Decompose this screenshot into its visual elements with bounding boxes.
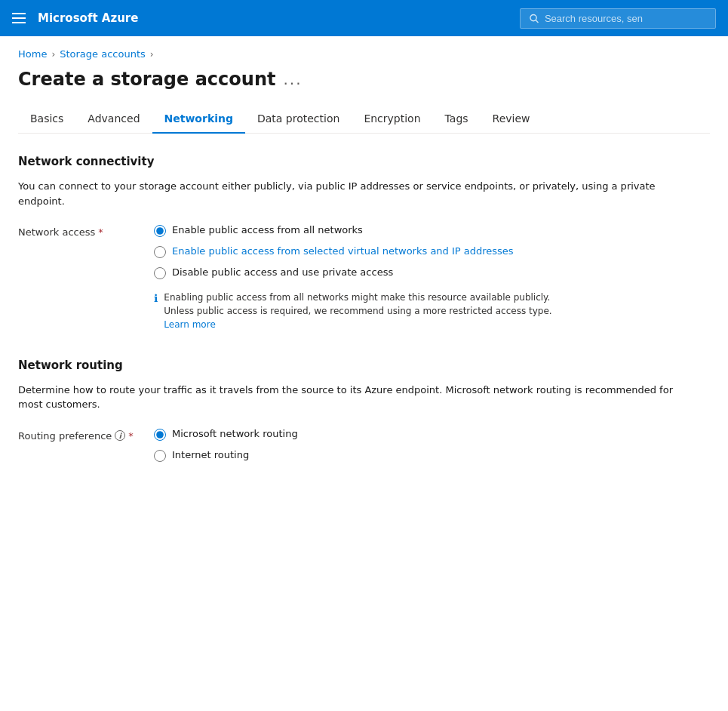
search-input[interactable] — [545, 13, 706, 24]
search-bar[interactable] — [520, 8, 716, 29]
page-title-row: Create a storage account ... — [18, 69, 710, 90]
hamburger-menu-icon[interactable] — [12, 13, 26, 23]
tab-bar: Basics Advanced Networking Data protecti… — [18, 105, 710, 134]
info-circle-icon: ℹ — [154, 292, 158, 304]
network-access-info-text: Enabling public access from all networks… — [164, 291, 576, 331]
svg-point-0 — [530, 14, 536, 20]
network-connectivity-desc: You can connect to your storage account … — [18, 179, 674, 208]
radio-private-access-input[interactable] — [154, 267, 166, 279]
tab-review[interactable]: Review — [481, 105, 542, 134]
learn-more-link[interactable]: Learn more — [164, 319, 215, 330]
breadcrumb-sep-1: › — [51, 49, 55, 60]
radio-internet-routing-label: Internet routing — [172, 448, 249, 462]
tab-basics[interactable]: Basics — [18, 105, 75, 134]
radio-internet-routing-input[interactable] — [154, 450, 166, 462]
network-routing-desc: Determine how to route your traffic as i… — [18, 383, 674, 412]
page-title: Create a storage account — [18, 69, 275, 90]
network-routing-section: Network routing Determine how to route y… — [18, 359, 710, 462]
breadcrumb-home[interactable]: Home — [18, 48, 47, 60]
required-indicator: * — [98, 226, 103, 238]
network-connectivity-title: Network connectivity — [18, 155, 710, 168]
radio-all-networks-input[interactable] — [154, 225, 166, 237]
radio-selected-networks-label: Enable public access from selected virtu… — [172, 245, 514, 258]
tab-networking[interactable]: Networking — [152, 105, 245, 134]
main-content: Home › Storage accounts › Create a stora… — [0, 36, 728, 501]
routing-required-indicator: * — [128, 430, 134, 442]
tab-data-protection[interactable]: Data protection — [245, 105, 352, 134]
radio-private-access[interactable]: Disable public access and use private ac… — [154, 266, 576, 279]
breadcrumb-sep-2: › — [150, 49, 154, 60]
network-access-label: Network access * — [18, 223, 139, 238]
network-routing-title: Network routing — [18, 359, 710, 372]
breadcrumb: Home › Storage accounts › — [18, 48, 710, 60]
radio-selected-networks[interactable]: Enable public access from selected virtu… — [154, 245, 576, 258]
routing-info-icon[interactable]: i — [115, 430, 125, 441]
breadcrumb-storage[interactable]: Storage accounts — [60, 48, 146, 60]
radio-microsoft-routing[interactable]: Microsoft network routing — [154, 427, 298, 441]
radio-private-access-label: Disable public access and use private ac… — [172, 266, 393, 279]
topbar: Microsoft Azure — [0, 0, 728, 36]
radio-selected-networks-input[interactable] — [154, 246, 166, 258]
network-access-info: ℹ Enabling public access from all networ… — [154, 291, 576, 331]
routing-preference-label: Routing preference i * — [18, 427, 139, 442]
radio-all-networks[interactable]: Enable public access from all networks — [154, 223, 576, 237]
tab-advanced[interactable]: Advanced — [75, 105, 152, 134]
app-title: Microsoft Azure — [38, 11, 508, 25]
network-connectivity-section: Network connectivity You can connect to … — [18, 155, 710, 331]
tab-tags[interactable]: Tags — [433, 105, 481, 134]
network-access-row: Network access * Enable public access fr… — [18, 223, 710, 331]
search-icon — [530, 14, 539, 23]
radio-all-networks-label: Enable public access from all networks — [172, 223, 363, 237]
radio-internet-routing[interactable]: Internet routing — [154, 448, 298, 462]
radio-microsoft-routing-input[interactable] — [154, 429, 166, 441]
routing-preference-row: Routing preference i * Microsoft network… — [18, 427, 710, 462]
tab-encryption[interactable]: Encryption — [352, 105, 432, 134]
page-options-button[interactable]: ... — [283, 70, 302, 88]
routing-preference-controls: Microsoft network routing Internet routi… — [154, 427, 298, 462]
radio-microsoft-routing-label: Microsoft network routing — [172, 427, 298, 441]
network-access-controls: Enable public access from all networks E… — [154, 223, 576, 331]
svg-line-1 — [536, 20, 538, 22]
